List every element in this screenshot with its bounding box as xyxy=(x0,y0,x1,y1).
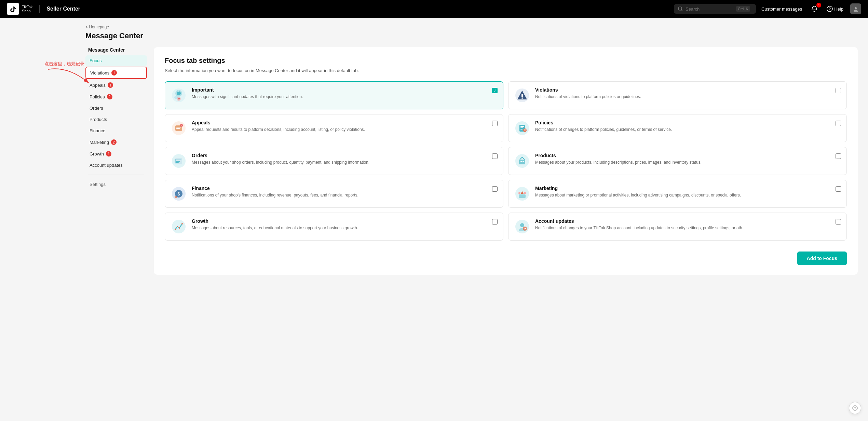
user-icon xyxy=(852,5,859,12)
important-icon xyxy=(171,87,187,104)
svg-point-1 xyxy=(678,7,682,10)
sidebar-divider xyxy=(88,175,144,175)
svg-rect-14 xyxy=(178,98,180,99)
finance-content: Finance Notifications of your shop's fin… xyxy=(192,186,487,198)
sidebar-item-products[interactable]: Products xyxy=(85,114,147,125)
products-card-icon xyxy=(514,153,530,169)
sidebar-item-growth[interactable]: Growth 1 xyxy=(85,148,147,159)
sidebar-item-marketing[interactable]: Marketing 2 xyxy=(85,137,147,148)
search-input[interactable] xyxy=(686,6,733,12)
logo[interactable]: TikTokShop xyxy=(7,3,32,15)
policies-checkbox[interactable] xyxy=(836,121,841,126)
violations-card-desc: Notifications of violations to platform … xyxy=(535,94,831,100)
growth-card-icon xyxy=(171,218,187,235)
policies-badge: 2 xyxy=(107,94,112,99)
category-card-finance[interactable]: $ Finance Notifications of your shop's f… xyxy=(165,180,503,208)
notification-button[interactable]: 1 xyxy=(809,3,820,14)
breadcrumb[interactable]: < Homepage xyxy=(85,25,858,29)
appeals-checkbox[interactable] xyxy=(492,121,498,126)
help-bubble[interactable]: ? xyxy=(849,402,861,414)
violations-checkbox[interactable] xyxy=(836,88,841,93)
category-card-orders[interactable]: Orders Messages about your shop orders, … xyxy=(165,147,503,175)
finance-checkbox[interactable] xyxy=(492,186,498,192)
sidebar-title: Message Center xyxy=(85,47,147,53)
svg-point-11 xyxy=(177,91,181,95)
svg-rect-0 xyxy=(8,4,18,14)
category-card-important[interactable]: Important Messages with significant upda… xyxy=(165,81,503,109)
search-bar[interactable]: Ctrl+K xyxy=(674,4,756,14)
sidebar-item-violations[interactable]: Violations 1 xyxy=(85,67,147,79)
important-checkbox[interactable] xyxy=(492,88,498,93)
svg-point-40 xyxy=(520,161,522,162)
orders-label: Orders xyxy=(90,106,103,111)
sidebar-item-policies[interactable]: Policies 2 xyxy=(85,91,147,102)
svg-point-56 xyxy=(520,223,524,227)
add-to-focus-button[interactable]: Add to Focus xyxy=(797,252,847,265)
svg-rect-39 xyxy=(519,160,525,164)
category-card-policies[interactable]: Policies Notifications of changes to pla… xyxy=(508,114,847,142)
svg-point-48 xyxy=(524,192,526,194)
marketing-label: Marketing xyxy=(90,140,109,145)
account-updates-content: Account updates Notifications of changes… xyxy=(535,218,831,231)
violations-label: Violations xyxy=(90,70,109,76)
marketing-checkbox[interactable] xyxy=(836,186,841,192)
growth-card-desc: Messages about resources, tools, or educ… xyxy=(192,225,487,231)
orders-checkbox[interactable] xyxy=(492,153,498,159)
finance-label: Finance xyxy=(90,128,105,133)
account-updates-card-title: Account updates xyxy=(535,218,831,224)
orders-card-icon xyxy=(171,153,187,169)
category-card-violations[interactable]: Violations Notifications of violations t… xyxy=(508,81,847,109)
sidebar-item-orders[interactable]: Orders xyxy=(85,103,147,113)
products-card-title: Products xyxy=(535,153,831,158)
svg-rect-36 xyxy=(176,162,179,163)
svg-line-2 xyxy=(681,10,682,11)
svg-point-54 xyxy=(181,223,183,225)
category-card-account-updates[interactable]: Account updates Notifications of changes… xyxy=(508,213,847,241)
account-updates-card-desc: Notifications of changes to your TikTok … xyxy=(535,225,831,231)
products-checkbox[interactable] xyxy=(836,153,841,159)
growth-card-title: Growth xyxy=(192,218,487,224)
policies-card-title: Policies xyxy=(535,120,831,125)
sidebar-item-focus[interactable]: Focus xyxy=(85,55,147,66)
user-avatar[interactable] xyxy=(850,3,861,14)
growth-checkbox[interactable] xyxy=(492,219,498,225)
search-shortcut: Ctrl+K xyxy=(736,6,750,12)
appeals-content: Appeals Appeal requests and results to p… xyxy=(192,120,487,133)
sidebar-item-appeals[interactable]: Appeals 1 xyxy=(85,80,147,91)
marketing-card-title: Marketing xyxy=(535,186,831,191)
tiktok-shop-label: TikTokShop xyxy=(22,5,32,13)
sidebar-navigation: Message Center Focus Violations 1 Appeal… xyxy=(85,47,147,275)
account-updates-checkbox[interactable] xyxy=(836,219,841,225)
appeals-label: Appeals xyxy=(90,83,106,88)
svg-rect-20 xyxy=(176,127,181,127)
sidebar-item-account-updates[interactable]: Account updates xyxy=(85,160,147,171)
svg-point-51 xyxy=(175,229,176,230)
svg-text:!: ! xyxy=(181,125,182,127)
category-card-marketing[interactable]: Marketing Messages about marketing or pr… xyxy=(508,180,847,208)
svg-rect-21 xyxy=(176,128,180,129)
marketing-content: Marketing Messages about marketing or pr… xyxy=(535,186,831,198)
focus-panel-description: Select the information you want to focus… xyxy=(165,68,847,73)
content-area: < Homepage Message Center 点击这里，违规记录 Mess… xyxy=(75,18,868,421)
customer-messages-link[interactable]: Customer messages xyxy=(761,6,802,12)
orders-card-title: Orders xyxy=(192,153,487,158)
sidebar-settings[interactable]: Settings xyxy=(85,179,147,190)
appeals-card-icon: ! xyxy=(171,120,187,136)
svg-text:?: ? xyxy=(829,7,831,11)
category-card-growth[interactable]: Growth Messages about resources, tools, … xyxy=(165,213,503,241)
category-card-products[interactable]: Products Messages about your products, i… xyxy=(508,147,847,175)
policies-card-desc: Notifications of changes to platform pol… xyxy=(535,127,831,133)
nav-actions: Customer messages 1 ? Help xyxy=(761,3,861,14)
orders-card-desc: Messages about your shop orders, includi… xyxy=(192,160,487,165)
svg-rect-12 xyxy=(178,91,179,92)
marketing-card-desc: Messages about marketing or promotional … xyxy=(535,192,831,198)
violations-content: Violations Notifications of violations t… xyxy=(535,87,831,100)
help-button[interactable]: ? Help xyxy=(827,6,843,12)
violations-badge: 1 xyxy=(111,70,117,76)
finance-card-desc: Notifications of your shop's finances, i… xyxy=(192,192,487,198)
svg-rect-16 xyxy=(521,94,523,97)
sidebar-item-finance[interactable]: Finance xyxy=(85,125,147,136)
top-navigation: TikTokShop Seller Center Ctrl+K Customer… xyxy=(0,0,868,18)
svg-point-49 xyxy=(518,192,520,194)
category-card-appeals[interactable]: ! Appeals Appeal requests and results to… xyxy=(165,114,503,142)
